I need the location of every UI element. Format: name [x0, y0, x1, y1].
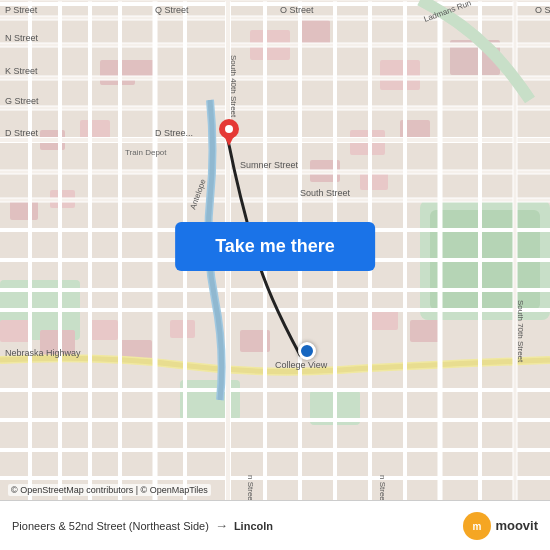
svg-rect-8	[100, 60, 135, 85]
take-me-there-button[interactable]: Take me there	[175, 222, 375, 271]
svg-text:Nebraska Highway: Nebraska Highway	[5, 348, 81, 358]
svg-point-90	[225, 125, 233, 133]
svg-text:N Street: N Street	[5, 33, 39, 43]
svg-rect-9	[380, 60, 420, 90]
svg-text:K Street: K Street	[5, 66, 38, 76]
route-to: Lincoln	[234, 520, 273, 532]
svg-text:D Stree...: D Stree...	[155, 128, 193, 138]
svg-text:Train Depot: Train Depot	[125, 148, 167, 157]
svg-rect-20	[0, 320, 30, 342]
moovit-icon: m	[463, 512, 491, 540]
svg-text:G Street: G Street	[5, 96, 39, 106]
map-attribution: © OpenStreetMap contributors | © OpenMap…	[8, 484, 211, 496]
svg-text:O S: O S	[535, 5, 550, 15]
svg-text:South 40th Street: South 40th Street	[229, 55, 238, 118]
svg-text:Sumner Street: Sumner Street	[240, 160, 299, 170]
origin-pin	[218, 118, 240, 152]
route-info: Pioneers & 52nd Street (Northeast Side) …	[12, 518, 273, 533]
destination-pin	[298, 342, 316, 360]
moovit-section: m moovit	[463, 512, 538, 540]
svg-marker-91	[223, 134, 235, 146]
route-arrow: →	[215, 518, 228, 533]
moovit-label: moovit	[495, 518, 538, 533]
svg-text:College View: College View	[275, 360, 328, 370]
route-from: Pioneers & 52nd Street (Northeast Side)	[12, 520, 209, 532]
svg-text:P Street: P Street	[5, 5, 38, 15]
svg-rect-7	[300, 20, 330, 45]
svg-rect-16	[10, 200, 38, 220]
svg-text:D Street: D Street	[5, 128, 39, 138]
moovit-logo: m moovit	[463, 512, 538, 540]
route-info-section: Pioneers & 52nd Street (Northeast Side) …	[12, 518, 273, 533]
svg-rect-22	[90, 320, 118, 340]
map-container: P Street Q Street N Street K Street G St…	[0, 0, 550, 500]
svg-rect-24	[170, 320, 195, 338]
svg-rect-27	[410, 320, 440, 342]
svg-text:South Street: South Street	[300, 188, 351, 198]
svg-text:m: m	[473, 521, 482, 532]
svg-rect-26	[370, 310, 398, 330]
svg-text:n Street: n Street	[378, 475, 387, 500]
svg-text:O Street: O Street	[280, 5, 314, 15]
svg-text:n Street: n Street	[246, 475, 255, 500]
svg-text:South 70th Street: South 70th Street	[516, 300, 525, 363]
svg-text:Q Street: Q Street	[155, 5, 189, 15]
bottom-bar: Pioneers & 52nd Street (Northeast Side) …	[0, 500, 550, 550]
